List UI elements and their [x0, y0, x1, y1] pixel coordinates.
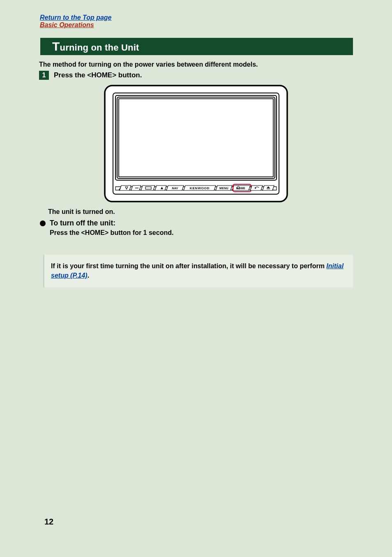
svg-text:NAV: NAV — [172, 187, 178, 190]
section-title: Turning on the Unit — [52, 39, 139, 53]
step-text: Press the <HOME> button. — [54, 71, 142, 79]
device-nav-button: NAV — [166, 186, 184, 190]
basic-operations-link[interactable]: Basic Operations — [40, 21, 353, 29]
svg-text:HOME: HOME — [236, 187, 245, 190]
title-rest: urning on the Unit — [60, 42, 139, 53]
bullet-icon — [40, 220, 46, 226]
intro-text: The method for turning on the power vari… — [39, 61, 353, 68]
return-top-link[interactable]: Return to the Top page — [40, 14, 353, 21]
device-brand-label: KENWOOD — [184, 186, 216, 190]
step-number-badge: 1 — [39, 71, 49, 80]
device-menu-button: MENU — [216, 186, 232, 190]
device-home-button: HOME — [232, 184, 251, 192]
turn-off-heading-row: To turn off the unit: — [39, 219, 353, 227]
svg-text:KENWOOD: KENWOOD — [190, 186, 210, 190]
svg-text:MENU: MENU — [219, 187, 228, 190]
result-text: The unit is turned on. — [48, 208, 353, 216]
note-lead: If it is your first time turning the uni… — [51, 262, 326, 269]
note-tail: . — [88, 272, 89, 279]
step-1: 1 Press the <HOME> button. — [39, 71, 353, 80]
section-title-bar: Turning on the Unit — [39, 38, 353, 55]
turn-off-body: Press the <HOME> button for 1 second. — [50, 229, 353, 237]
page-number: 12 — [44, 517, 53, 527]
svg-rect-4 — [119, 99, 273, 177]
note-box: If it is your first time turning the uni… — [43, 255, 353, 288]
title-dropcap: T — [52, 39, 60, 53]
turn-off-heading: To turn off the unit: — [50, 219, 115, 227]
device-illustration: NAV KENWOOD MENU HOME — [39, 84, 353, 203]
